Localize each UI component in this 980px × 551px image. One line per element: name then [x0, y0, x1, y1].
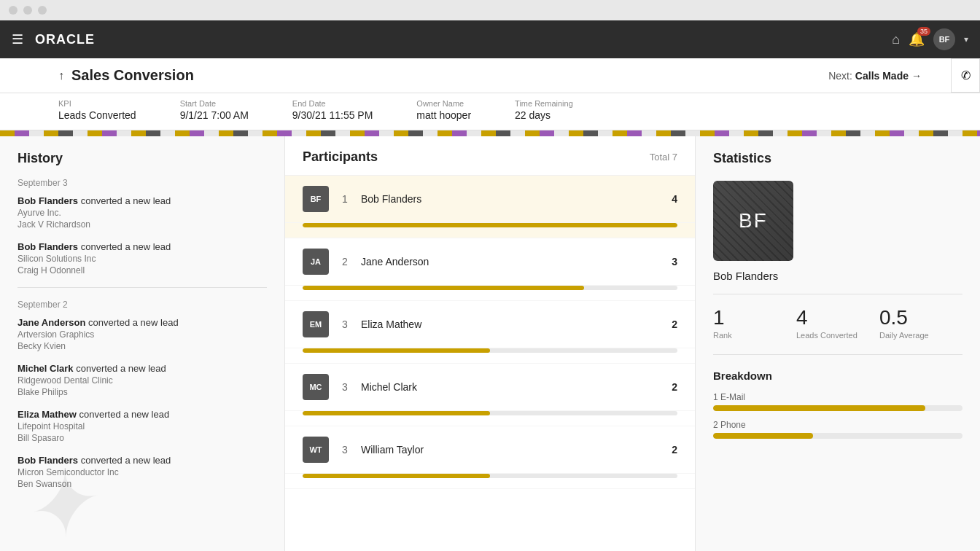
participants-total: Total 7: [650, 152, 677, 163]
breakdown-title: Breakdown: [713, 370, 962, 382]
history-item: Bob Flanders converted a new lead Micron…: [18, 455, 267, 489]
participant-bar-fill: [303, 286, 584, 290]
user-menu-chevron[interactable]: ▾: [964, 34, 968, 44]
stat-item: 0.5Daily Average: [879, 306, 962, 340]
participant-score: 4: [672, 193, 677, 205]
window-dot-2: [23, 6, 32, 15]
participant-bar-track: [303, 411, 677, 415]
history-divider: [18, 287, 267, 288]
history-item: Bob Flanders converted a new lead Ayurve…: [18, 195, 267, 230]
kpi-item: Owner Namematt hooper: [416, 99, 471, 121]
participant-rank: 3: [339, 381, 351, 393]
history-item: Michel Clark converted a new lead Ridgew…: [18, 363, 267, 397]
history-item-title: Eliza Mathew converted a new lead: [18, 409, 267, 420]
participant-bar-fill: [303, 348, 490, 353]
history-item: Bob Flanders converted a new lead Silico…: [18, 241, 267, 276]
history-item: Eliza Mathew converted a new lead Lifepo…: [18, 409, 267, 443]
kpi-value: 9/30/21 11:55 PM: [292, 109, 373, 121]
history-date-label: September 3: [18, 178, 267, 188]
history-person: Bob Flanders: [18, 241, 78, 252]
participant-section[interactable]: BF 1 Bob Flanders 4: [285, 176, 695, 238]
kpi-label: KPI: [58, 99, 136, 108]
participant-section[interactable]: WT 3 William Taylor 2: [285, 426, 695, 489]
participants-panel: Participants Total 7 BF 1 Bob Flanders 4…: [284, 136, 696, 551]
next-link[interactable]: Next: Calls Made →: [828, 70, 922, 82]
participant-row[interactable]: JA 2 Jane Anderson 3: [285, 238, 695, 286]
kpi-item: Start Date9/1/21 7:00 AM: [180, 99, 249, 121]
page-header: ↑ Sales Conversion Next: Calls Made → ✆: [0, 58, 980, 93]
statistics-panel: Statistics BF Bob Flanders 1Rank4Leads C…: [696, 136, 980, 551]
participant-name: Bob Flanders: [361, 193, 661, 205]
participant-row[interactable]: BF 1 Bob Flanders 4: [285, 176, 695, 223]
stat-item: 4Leads Converted: [796, 306, 879, 340]
stats-avatar: BF: [713, 181, 793, 261]
statistics-title: Statistics: [713, 151, 962, 166]
history-item-company: Ayurve Inc.: [18, 208, 267, 218]
main-content: ✦ History September 3 Bob Flanders conve…: [0, 136, 980, 551]
participant-name: Eliza Mathew: [361, 319, 661, 330]
window-dot-3: [38, 6, 47, 15]
breakdown-track: [713, 433, 962, 439]
kpi-item: Time Remaining22 days: [515, 99, 573, 121]
participant-name: Michel Clark: [361, 381, 661, 393]
participant-section[interactable]: JA 2 Jane Anderson 3: [285, 238, 695, 301]
participant-rank: 3: [339, 444, 351, 456]
stat-value: 1: [713, 306, 796, 329]
user-avatar-nav[interactable]: BF: [933, 28, 955, 50]
participant-avatar: BF: [303, 186, 329, 212]
phone-button[interactable]: ✆: [951, 58, 980, 93]
breakdown-item: 2 Phone: [713, 420, 962, 439]
participant-bar-wrap: [285, 223, 695, 238]
history-person: Michel Clark: [18, 363, 74, 374]
hamburger-menu[interactable]: ☰: [12, 31, 23, 47]
breakdown-track: [713, 405, 962, 411]
participant-name: Jane Anderson: [361, 256, 661, 267]
kpi-bar: KPILeads ConvertedStart Date9/1/21 7:00 …: [0, 93, 980, 130]
participant-section[interactable]: MC 3 Michel Clark 2: [285, 364, 695, 426]
participant-row[interactable]: WT 3 William Taylor 2: [285, 426, 695, 474]
participant-score: 2: [672, 444, 677, 456]
stats-name: Bob Flanders: [713, 270, 962, 294]
kpi-label: Start Date: [180, 99, 249, 108]
participant-avatar: EM: [303, 311, 329, 337]
participant-bar-fill: [303, 223, 677, 227]
notification-badge: 35: [917, 27, 930, 36]
participant-bar-fill: [303, 474, 490, 478]
notification-icon[interactable]: 🔔 35: [909, 31, 925, 47]
oracle-logo: ORACLE: [35, 32, 95, 47]
kpi-label: Time Remaining: [515, 99, 573, 108]
top-navigation: ☰ ORACLE ⌂ 🔔 35 BF ▾: [0, 20, 980, 58]
kpi-label: Owner Name: [416, 99, 471, 108]
participant-bar-track: [303, 474, 677, 478]
history-item-title: Michel Clark converted a new lead: [18, 363, 267, 374]
kpi-label: End Date: [292, 99, 373, 108]
window-dot-1: [9, 6, 18, 15]
avatar-pattern: [713, 181, 793, 261]
stat-value: 0.5: [879, 306, 962, 329]
next-value: Calls Made: [855, 70, 909, 82]
breakdown-fill: [713, 405, 925, 411]
history-item: Jane Anderson converted a new lead Artve…: [18, 317, 267, 351]
stat-item: 1Rank: [713, 306, 796, 340]
history-person: Bob Flanders: [18, 455, 78, 466]
participant-row[interactable]: MC 3 Michel Clark 2: [285, 364, 695, 411]
kpi-value: Leads Converted: [58, 109, 136, 121]
breakdown-item-label: 1 E-Mail: [713, 392, 962, 402]
history-date-label: September 2: [18, 300, 267, 310]
participant-score: 3: [672, 256, 677, 267]
history-item-title: Bob Flanders converted a new lead: [18, 241, 267, 252]
kpi-value: 22 days: [515, 109, 573, 121]
history-item-contact: Becky Kvien: [18, 341, 267, 351]
history-item-contact: Blake Philips: [18, 387, 267, 397]
history-item-title: Jane Anderson converted a new lead: [18, 317, 267, 328]
history-title: History: [18, 151, 267, 166]
kpi-item: End Date9/30/21 11:55 PM: [292, 99, 373, 121]
kpi-value: matt hooper: [416, 109, 471, 121]
back-arrow-icon[interactable]: ↑: [58, 69, 64, 82]
home-icon[interactable]: ⌂: [892, 32, 900, 47]
participant-row[interactable]: EM 3 Eliza Mathew 2: [285, 301, 695, 348]
participant-bar-wrap: [285, 411, 695, 426]
participant-section[interactable]: EM 3 Eliza Mathew 2: [285, 301, 695, 364]
participants-header: Participants Total 7: [285, 136, 695, 176]
participant-bar-track: [303, 348, 677, 353]
